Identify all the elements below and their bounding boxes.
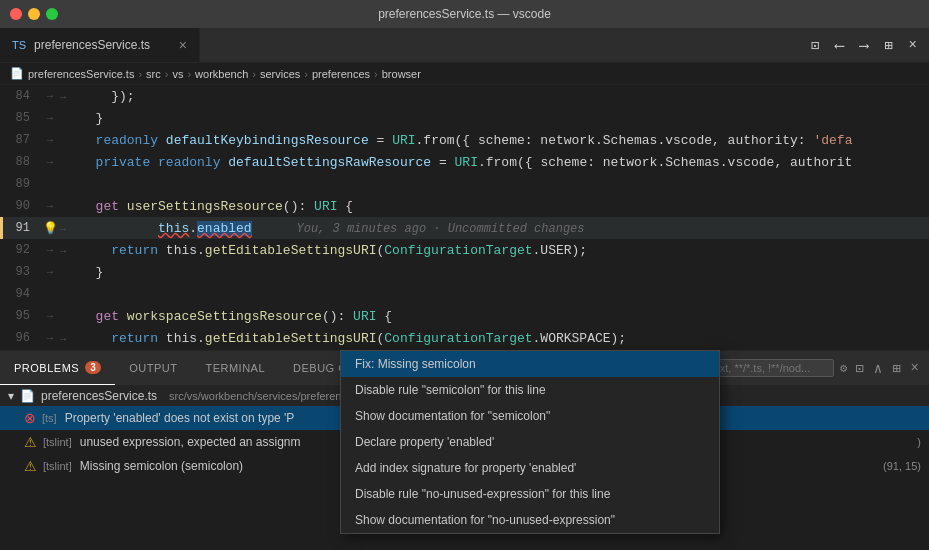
- line-content: return this.getEditableSettingsURI(Confi…: [76, 243, 929, 258]
- line-gutter2: →: [60, 331, 76, 346]
- problem-location: ): [917, 436, 921, 448]
- ts-badge: [ts]: [42, 412, 57, 424]
- error-marker: [0, 217, 3, 239]
- breadcrumb: 📄 preferencesService.ts › src › vs › wor…: [0, 63, 929, 85]
- maximize-traffic-light[interactable]: [46, 8, 58, 20]
- line-content: readonly defaultKeybindingsResource = UR…: [76, 133, 929, 148]
- quickfix-label: Show documentation for "no-unused-expres…: [355, 513, 615, 527]
- line-content: get workspaceSettingsResource(): URI {: [76, 309, 929, 324]
- line-gutter: →: [40, 311, 60, 322]
- line-number: 91: [0, 221, 40, 235]
- minimize-traffic-light[interactable]: [28, 8, 40, 20]
- problems-tab[interactable]: PROBLEMS 3: [0, 351, 115, 385]
- editor-line: 87 → readonly defaultKeybindingsResource…: [0, 129, 929, 151]
- problems-filename: preferencesService.ts: [41, 389, 157, 403]
- tab-close-button[interactable]: ×: [179, 37, 187, 53]
- expand-icon[interactable]: ▾: [8, 389, 14, 403]
- tab-filename: preferencesService.ts: [34, 38, 150, 52]
- quickfix-item[interactable]: Add index signature for property 'enable…: [341, 455, 719, 481]
- line-number: 96: [0, 331, 40, 345]
- output-tab[interactable]: OUTPUT: [115, 351, 191, 385]
- line-number: 85: [0, 111, 40, 125]
- quickfix-label: Disable rule "semicolon" for this line: [355, 383, 546, 397]
- quickfix-dropdown: Fix: Missing semicolon Disable rule "sem…: [340, 350, 720, 534]
- editor-line: 96 → → return this.getEditableSettingsUR…: [0, 327, 929, 349]
- line-content: }: [76, 111, 929, 126]
- problem-location: (91, 15): [883, 460, 921, 472]
- scroll-lock-button[interactable]: ∧: [872, 358, 884, 379]
- toggle-panel-button[interactable]: ⊞: [880, 35, 896, 56]
- breadcrumb-icon: 📄: [10, 67, 24, 80]
- editor-line: 88 → private readonly defaultSettingsRaw…: [0, 151, 929, 173]
- line-gutter: →: [40, 113, 60, 124]
- quickfix-label: Add index signature for property 'enable…: [355, 461, 576, 475]
- line-content: return this.getEditableSettingsURI(Confi…: [76, 331, 929, 346]
- file-type-icon: TS: [12, 39, 26, 51]
- line-number: 89: [0, 177, 40, 191]
- tslint-badge: [tslint]: [43, 436, 72, 448]
- quickfix-label: Fix: Missing semicolon: [355, 357, 476, 371]
- line-gutter: →: [40, 245, 60, 256]
- filter-settings-icon[interactable]: ⚙: [840, 361, 847, 376]
- error-icon: ⊗: [24, 410, 36, 426]
- close-traffic-light[interactable]: [10, 8, 22, 20]
- line-number: 87: [0, 133, 40, 147]
- breadcrumb-part[interactable]: src: [146, 68, 161, 80]
- line-number: 90: [0, 199, 40, 213]
- line-gutter: 💡: [40, 221, 60, 236]
- editor-line: 85 → }: [0, 107, 929, 129]
- breadcrumb-part[interactable]: preferences: [312, 68, 370, 80]
- line-number: 92: [0, 243, 40, 257]
- line-gutter: →: [40, 267, 60, 278]
- close-editor-button[interactable]: ×: [905, 35, 921, 55]
- quickfix-item[interactable]: Disable rule "no-unused-expression" for …: [341, 481, 719, 507]
- quickfix-item[interactable]: Fix: Missing semicolon: [341, 351, 719, 377]
- quickfix-label: Show documentation for "semicolon": [355, 409, 550, 423]
- breadcrumb-part[interactable]: workbench: [195, 68, 248, 80]
- traffic-lights: [10, 8, 58, 20]
- problems-tab-label: PROBLEMS: [14, 362, 79, 374]
- file-icon: 📄: [20, 389, 35, 403]
- editor-line: 94: [0, 283, 929, 305]
- split-editor-button[interactable]: ⊡: [807, 35, 823, 56]
- collapse-all-button[interactable]: ⊡: [853, 358, 865, 379]
- navigate-back-button[interactable]: ⟵: [831, 35, 847, 56]
- quickfix-label: Disable rule "no-unused-expression" for …: [355, 487, 610, 501]
- quickfix-item[interactable]: Disable rule "semicolon" for this line: [341, 377, 719, 403]
- breadcrumb-part[interactable]: preferencesService.ts: [28, 68, 134, 80]
- quickfix-label: Declare property 'enabled': [355, 435, 494, 449]
- editor[interactable]: 84 → → }); 85 → } 87 → readonly defaultK…: [0, 85, 929, 350]
- window-title: preferencesService.ts — vscode: [378, 7, 551, 21]
- tab-actions: ⊡ ⟵ ⟶ ⊞ ×: [807, 28, 929, 62]
- quickfix-item[interactable]: Declare property 'enabled': [341, 429, 719, 455]
- line-content: });: [76, 89, 929, 104]
- line-gutter2: →: [60, 89, 76, 104]
- tab-bar: TS preferencesService.ts × ⊡ ⟵ ⟶ ⊞ ×: [0, 28, 929, 63]
- line-number: 84: [0, 89, 40, 103]
- editor-tab[interactable]: TS preferencesService.ts ×: [0, 28, 200, 62]
- warning-icon: ⚠: [24, 434, 37, 450]
- navigate-forward-button[interactable]: ⟶: [856, 35, 872, 56]
- line-gutter2: →: [60, 221, 76, 236]
- editor-line-current: 91 💡 → this.enabled You, 3 minutes ago ·…: [0, 217, 929, 239]
- bulb-icon[interactable]: 💡: [43, 221, 58, 236]
- tslint-badge: [tslint]: [43, 460, 72, 472]
- breadcrumb-part[interactable]: browser: [382, 68, 421, 80]
- quickfix-item[interactable]: Show documentation for "semicolon": [341, 403, 719, 429]
- quickfix-item[interactable]: Show documentation for "no-unused-expres…: [341, 507, 719, 533]
- breadcrumb-part[interactable]: services: [260, 68, 300, 80]
- terminal-tab[interactable]: TERMINAL: [191, 351, 279, 385]
- editor-line: 84 → → });: [0, 85, 929, 107]
- line-gutter: →: [40, 135, 60, 146]
- titlebar: preferencesService.ts — vscode: [0, 0, 929, 28]
- breadcrumb-part[interactable]: vs: [172, 68, 183, 80]
- editor-line: 95 → get workspaceSettingsResource(): UR…: [0, 305, 929, 327]
- maximize-panel-button[interactable]: ⊞: [890, 358, 902, 379]
- line-number: 93: [0, 265, 40, 279]
- line-content: }: [76, 265, 929, 280]
- line-gutter: →: [40, 91, 60, 102]
- close-panel-button[interactable]: ×: [909, 358, 921, 378]
- problems-badge: 3: [85, 361, 101, 374]
- line-number: 88: [0, 155, 40, 169]
- editor-line: 89: [0, 173, 929, 195]
